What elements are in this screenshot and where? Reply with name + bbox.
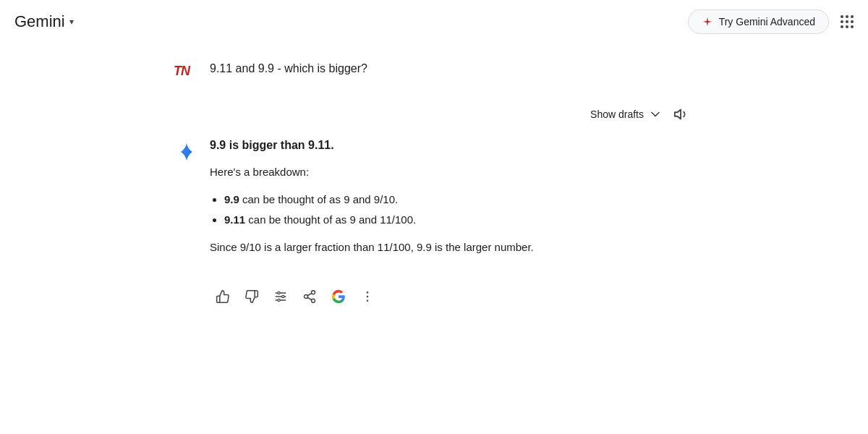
speaker-button[interactable] <box>668 101 694 127</box>
list-item-1: 9.9 can be thought of as 9 and 9/10. <box>224 191 694 208</box>
svg-line-10 <box>307 293 312 295</box>
response-breakdown-intro: Here's a breakdown: <box>210 163 694 181</box>
header-left: Gemini ▾ <box>14 12 74 31</box>
action-bar <box>174 284 694 310</box>
try-advanced-button[interactable]: Try Gemini Advanced <box>688 9 829 34</box>
gemini-star-icon <box>174 139 200 165</box>
share-icon <box>302 289 317 304</box>
grid-dot <box>846 15 848 18</box>
thumbs-down-button[interactable] <box>239 284 265 310</box>
svg-point-8 <box>312 299 315 302</box>
grid-dot <box>846 25 848 28</box>
show-drafts-label: Show drafts <box>590 109 644 120</box>
google-g-icon <box>331 289 346 304</box>
svg-point-3 <box>278 292 280 294</box>
grid-dot <box>846 20 848 23</box>
user-message: TN 9.11 and 9.9 - which is bigger? <box>174 58 694 84</box>
user-avatar: TN <box>174 58 200 84</box>
thumbs-up-icon <box>216 289 230 304</box>
try-advanced-label: Try Gemini Advanced <box>719 16 815 27</box>
show-drafts-button[interactable]: Show drafts <box>590 107 663 122</box>
thumbs-up-button[interactable] <box>210 284 236 310</box>
header-right: Try Gemini Advanced <box>688 9 854 34</box>
grid-dot <box>841 15 843 18</box>
app-title: Gemini <box>14 12 65 31</box>
grid-dot <box>851 15 854 18</box>
svg-point-4 <box>282 295 284 297</box>
modify-icon <box>273 289 288 304</box>
svg-point-5 <box>278 299 280 301</box>
bullet-2-rest: can be thought of as 9 and 11/100. <box>245 213 416 226</box>
title-dropdown-arrow[interactable]: ▾ <box>69 17 74 27</box>
speaker-icon <box>673 106 689 122</box>
sparkle-icon <box>702 16 713 27</box>
grid-dot <box>851 25 854 28</box>
svg-point-13 <box>367 300 369 302</box>
response-list: 9.9 can be thought of as 9 and 9/10. 9.1… <box>210 191 694 229</box>
google-search-button[interactable] <box>326 284 352 310</box>
svg-point-11 <box>367 292 369 294</box>
grid-dot <box>841 20 843 23</box>
svg-point-12 <box>367 296 369 298</box>
show-drafts-row: Show drafts <box>174 101 694 127</box>
grid-dot <box>851 20 854 23</box>
bullet-1-bold: 9.9 <box>224 193 239 205</box>
list-item-2: 9.11 can be thought of as 9 and 11/100. <box>224 211 694 229</box>
header: Gemini ▾ Try Gemini Advanced <box>0 0 868 43</box>
ai-response: 9.9 is bigger than 9.11. Here's a breakd… <box>174 139 694 266</box>
chevron-down-icon <box>648 107 663 122</box>
apps-grid-icon[interactable] <box>841 15 854 28</box>
avatar-initials: TN <box>174 64 190 78</box>
share-button[interactable] <box>297 284 323 310</box>
bullet-2-bold: 9.11 <box>224 213 245 226</box>
response-headline: 9.9 is bigger than 9.11. <box>210 139 694 152</box>
more-options-button[interactable] <box>354 284 380 310</box>
svg-line-9 <box>307 297 312 299</box>
svg-point-6 <box>312 291 315 294</box>
response-body: 9.9 is bigger than 9.11. Here's a breakd… <box>210 139 694 266</box>
thumbs-down-icon <box>244 289 259 304</box>
response-conclusion: Since 9/10 is a larger fraction than 11/… <box>210 239 694 256</box>
bullet-1-rest: can be thought of as 9 and 9/10. <box>239 193 398 205</box>
svg-point-7 <box>305 295 308 299</box>
main-content: TN 9.11 and 9.9 - which is bigger? Show … <box>0 43 868 324</box>
gemini-logo-icon <box>176 142 197 162</box>
modify-response-button[interactable] <box>268 284 294 310</box>
user-query-text: 9.11 and 9.9 - which is bigger? <box>210 58 367 75</box>
more-options-icon <box>360 289 375 304</box>
grid-dot <box>841 25 843 28</box>
